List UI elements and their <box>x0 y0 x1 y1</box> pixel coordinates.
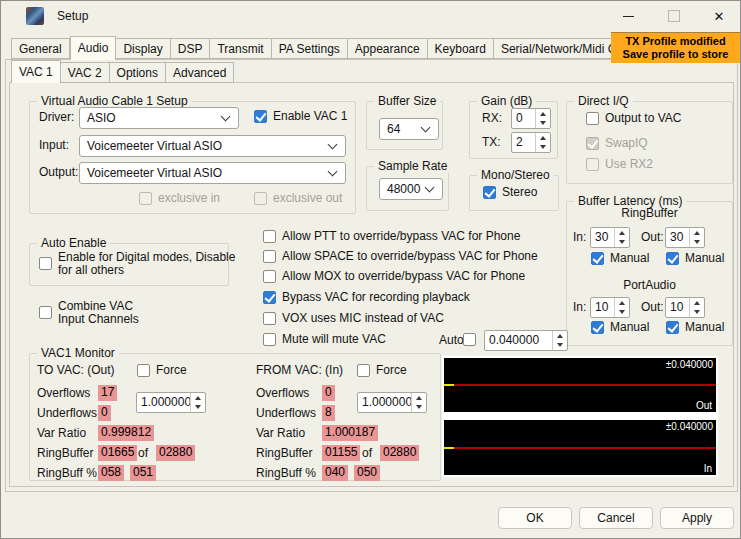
auto-enable-checkbox[interactable] <box>39 257 52 270</box>
mute-vac-checkbox[interactable]: Mute will mute VAC <box>263 333 386 346</box>
driver-select[interactable]: ASIO <box>79 107 239 129</box>
subtab-options[interactable]: Options <box>110 62 166 83</box>
allow-ptt-checkbox[interactable]: Allow PTT to override/bypass VAC for Pho… <box>263 230 520 243</box>
check-icon <box>587 137 598 149</box>
to-vac-header: TO VAC: (Out) <box>37 364 115 377</box>
spin-down-icon[interactable] <box>536 119 550 129</box>
output-select[interactable]: Voicemeeter Virtual ASIO <box>79 162 346 184</box>
tab-pa-settings[interactable]: PA Settings <box>272 38 348 59</box>
to-vac-force-checkbox[interactable]: Force <box>137 364 187 377</box>
pa-in-spinner[interactable]: 10 <box>590 297 630 318</box>
checkbox[interactable] <box>263 270 276 283</box>
subtab-advanced[interactable]: Advanced <box>166 62 234 83</box>
rb-in-spinner[interactable]: 30 <box>590 227 630 248</box>
checkbox[interactable] <box>666 252 679 265</box>
maximize-icon <box>668 10 680 22</box>
spinner-buttons[interactable] <box>689 298 704 317</box>
spin-up-icon[interactable] <box>553 331 567 341</box>
rb-out-spinner[interactable]: 30 <box>665 227 705 248</box>
from-vac-force-checkbox[interactable]: Force <box>357 364 407 377</box>
spin-down-icon[interactable] <box>412 403 426 413</box>
spin-up-icon[interactable] <box>191 393 205 403</box>
checkbox[interactable] <box>137 364 150 377</box>
spinner-buttons[interactable] <box>535 133 550 152</box>
allow-space-checkbox[interactable]: Allow SPACE to override/bypass VAC for P… <box>263 250 538 263</box>
spin-down-icon[interactable] <box>690 238 704 248</box>
tab-appearance[interactable]: Appearance <box>348 38 428 59</box>
stereo-checkbox[interactable]: Stereo <box>483 186 537 199</box>
save-profile-button[interactable]: TX Profile modified Save profile to stor… <box>611 32 740 63</box>
checkbox[interactable] <box>591 252 604 265</box>
minimize-button[interactable] <box>605 1 651 31</box>
spinner-buttons[interactable] <box>614 228 629 247</box>
spinner-buttons[interactable] <box>689 228 704 247</box>
ok-button[interactable]: OK <box>498 507 572 529</box>
spin-down-icon[interactable] <box>191 403 205 413</box>
checkbox[interactable] <box>263 230 276 243</box>
to-vac-ratio-spinner[interactable]: 1.000000 <box>136 392 206 413</box>
subtab-vac1[interactable]: VAC 1 <box>11 60 61 83</box>
checkbox[interactable] <box>357 364 370 377</box>
spin-down-icon[interactable] <box>536 143 550 153</box>
input-label: Input: <box>39 139 69 152</box>
pa-out-manual-checkbox[interactable]: Manual <box>666 321 724 334</box>
spinner-buttons[interactable] <box>190 393 205 412</box>
output-to-vac-checkbox[interactable]: Output to VAC <box>586 112 681 125</box>
close-button[interactable]: ✕ <box>697 1 741 31</box>
tab-general[interactable]: General <box>11 38 70 59</box>
title-bar[interactable]: Setup ✕ <box>1 1 740 31</box>
spin-down-icon[interactable] <box>615 308 629 318</box>
manual-label: Manual <box>610 252 649 265</box>
checkbox[interactable] <box>586 112 599 125</box>
spinner-buttons[interactable] <box>411 393 426 412</box>
cancel-button[interactable]: Cancel <box>579 507 653 529</box>
pa-in-manual-checkbox[interactable]: Manual <box>591 321 649 334</box>
spin-up-icon[interactable] <box>615 298 629 308</box>
checkbox[interactable] <box>591 321 604 334</box>
spin-up-icon[interactable] <box>536 109 550 119</box>
spin-up-icon[interactable] <box>412 393 426 403</box>
allow-mox-checkbox[interactable]: Allow MOX to override/bypass VAC for Pho… <box>263 270 525 283</box>
tab-display[interactable]: Display <box>116 38 170 59</box>
tab-transmit[interactable]: Transmit <box>210 38 271 59</box>
vox-mic-checkbox[interactable]: VOX uses MIC instead of VAC <box>263 312 444 325</box>
checkbox[interactable] <box>263 291 276 304</box>
from-vac-ratio-spinner[interactable]: 1.000000 <box>357 392 427 413</box>
pa-out-spinner[interactable]: 10 <box>665 297 705 318</box>
spin-up-icon[interactable] <box>690 298 704 308</box>
sample-rate-select[interactable]: 48000 <box>379 178 443 200</box>
rb-out-manual-checkbox[interactable]: Manual <box>666 252 724 265</box>
rb-in-manual-checkbox[interactable]: Manual <box>591 252 649 265</box>
enable-vac1-checkbox[interactable]: Enable VAC 1 <box>254 110 348 123</box>
spin-down-icon[interactable] <box>553 341 567 351</box>
buffer-size-select[interactable]: 64 <box>379 118 439 140</box>
in-scope-trace <box>444 447 716 449</box>
checkbox[interactable] <box>263 333 276 346</box>
combine-vac-checkbox[interactable] <box>39 306 52 319</box>
checkbox[interactable] <box>263 250 276 263</box>
tab-audio[interactable]: Audio <box>70 36 117 60</box>
bypass-vac-checkbox[interactable]: Bypass VAC for recording playback <box>263 291 470 304</box>
apply-button[interactable]: Apply <box>660 507 734 529</box>
auto-spinner[interactable]: 0.040000 <box>484 330 568 351</box>
spin-up-icon[interactable] <box>536 133 550 143</box>
subtab-vac2[interactable]: VAC 2 <box>61 62 110 83</box>
checkbox[interactable] <box>666 321 679 334</box>
exclusive-out-checkbox: exclusive out <box>254 192 342 205</box>
input-select[interactable]: Voicemeeter Virtual ASIO <box>79 135 346 157</box>
spin-down-icon[interactable] <box>690 308 704 318</box>
gain-tx-spinner[interactable]: 2 <box>511 132 551 153</box>
checkbox[interactable] <box>483 186 496 199</box>
gain-rx-spinner[interactable]: 0 <box>511 108 551 129</box>
checkbox[interactable] <box>263 312 276 325</box>
tab-dsp[interactable]: DSP <box>171 38 211 59</box>
spin-down-icon[interactable] <box>615 238 629 248</box>
spinner-buttons[interactable] <box>535 109 550 128</box>
spinner-buttons[interactable] <box>614 298 629 317</box>
checkbox[interactable] <box>254 110 267 123</box>
spin-up-icon[interactable] <box>690 228 704 238</box>
spin-up-icon[interactable] <box>615 228 629 238</box>
spinner-buttons[interactable] <box>552 331 567 350</box>
tab-keyboard[interactable]: Keyboard <box>428 38 494 59</box>
auto-checkbox[interactable] <box>463 333 476 346</box>
